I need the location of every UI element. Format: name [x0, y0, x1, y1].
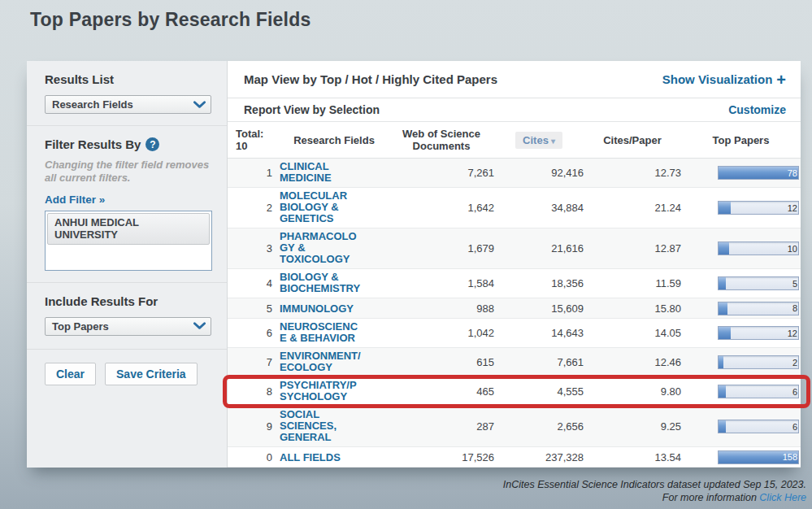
top-papers-value: 6 — [792, 387, 797, 397]
include-results-section: Include Results For Top Papers — [27, 282, 227, 347]
wos-documents-value: 465 — [389, 385, 494, 398]
footer-info-line: For more information Click Here — [503, 492, 806, 505]
row-rank: 5 — [234, 302, 280, 315]
save-criteria-button[interactable]: Save Criteria — [105, 363, 198, 385]
table-row: 1CLINICAL MEDICINE7,26192,41612.7378 — [228, 159, 801, 188]
results-list-section: Results List Research Fields — [27, 61, 227, 125]
cites-value: 34,884 — [494, 202, 584, 214]
research-field-link[interactable]: ENVIRONMENT/ECOLOGY — [280, 350, 363, 373]
filter-section: Filter Results By ? Changing the filter … — [27, 125, 227, 282]
map-view-bar: Map View by Top / Hot / Highly Cited Pap… — [228, 61, 801, 98]
cites-per-paper-value: 13.54 — [584, 451, 681, 463]
research-field-link[interactable]: MOLECULAR BIOLOGY & GENETICS — [280, 190, 363, 224]
map-view-title: Map View by Top / Hot / Highly Cited Pap… — [244, 72, 497, 86]
top-papers-bar-fill — [719, 202, 731, 214]
results-list-select[interactable]: Research Fields — [45, 95, 211, 114]
research-field-link[interactable]: IMMUNOLOGY — [280, 303, 363, 315]
research-field-link[interactable]: SOCIAL SCIENCES, GENERAL — [280, 409, 363, 443]
top-papers-value: 5 — [792, 279, 797, 289]
results-list-selected-value: Research Fields — [52, 98, 133, 111]
filter-listbox[interactable]: ANHUI MEDICAL UNIVERSITY — [45, 211, 212, 271]
top-papers-bar-fill — [719, 385, 726, 398]
sidebar: Results List Research Fields Filter Resu… — [27, 61, 228, 468]
cites-per-paper-value: 12.73 — [584, 167, 681, 179]
sort-descending-icon: ▾ — [551, 137, 555, 146]
top-papers-value: 12 — [788, 328, 797, 338]
table-body: 1CLINICAL MEDICINE7,26192,41612.73782MOL… — [228, 159, 801, 468]
research-field-link[interactable]: PHARMACOLOGY & TOXICOLOGY — [280, 231, 363, 265]
click-here-link[interactable]: Click Here — [759, 492, 806, 503]
top-papers-bar: 8 — [718, 302, 799, 315]
filter-heading: Filter Results By — [45, 137, 141, 151]
research-field-link[interactable]: PSYCHIATRY/PSYCHOLOGY — [280, 380, 363, 402]
cites-per-paper-value: 21.24 — [584, 202, 681, 214]
research-field-link[interactable]: ALL FIELDS — [280, 452, 363, 463]
report-view-bar: Report View by Selection Customize — [228, 98, 801, 122]
research-field-link[interactable]: NEUROSCIENCE & BEHAVIOR — [280, 321, 363, 344]
cites-value: 2,656 — [494, 420, 584, 433]
show-visualization-link[interactable]: Show Visualization + — [662, 72, 786, 88]
filter-item-selected[interactable]: ANHUI MEDICAL UNIVERSITY — [47, 213, 210, 245]
chevron-down-icon — [193, 322, 206, 330]
wos-documents-value: 7,261 — [389, 167, 494, 179]
top-papers-bar-fill — [719, 242, 729, 254]
page-title: Top Papers by Research Fields — [30, 9, 310, 31]
wos-documents-value: 1,642 — [389, 202, 494, 214]
customize-link[interactable]: Customize — [728, 103, 786, 116]
help-icon[interactable]: ? — [145, 137, 159, 151]
top-papers-bar-fill — [719, 327, 731, 339]
row-rank: 7 — [234, 356, 280, 368]
top-papers-bar: 12 — [718, 326, 799, 340]
filter-note: Changing the filter field removes all cu… — [45, 159, 215, 185]
include-results-select[interactable]: Top Papers — [45, 317, 211, 336]
total-count: Total: 10 — [234, 128, 280, 153]
table-row: 7ENVIRONMENT/ECOLOGY6157,66112.462 — [228, 348, 801, 377]
include-results-heading: Include Results For — [45, 294, 211, 308]
top-papers-value: 6 — [792, 422, 797, 432]
column-header-cites-per-paper[interactable]: Cites/Paper — [584, 134, 681, 147]
row-rank: 0 — [234, 451, 280, 463]
cites-per-paper-value: 9.25 — [584, 420, 681, 433]
results-list-heading: Results List — [45, 72, 211, 86]
row-rank: 1 — [234, 167, 280, 179]
wos-documents-value: 988 — [389, 302, 494, 315]
content-panel: Results List Research Fields Filter Resu… — [27, 61, 801, 468]
add-filter-link[interactable]: Add Filter » — [45, 194, 105, 206]
cites-per-paper-value: 9.80 — [584, 385, 681, 398]
chevron-down-icon — [193, 101, 206, 109]
row-rank: 6 — [234, 327, 280, 339]
table-row: 0ALL FIELDS17,526237,32813.54158 — [228, 447, 801, 468]
cites-value: 18,356 — [494, 277, 584, 289]
wos-documents-value: 1,679 — [389, 242, 494, 254]
research-field-link[interactable]: BIOLOGY & BIOCHEMISTRY — [280, 272, 363, 294]
column-header-cites[interactable]: Cites▾ — [494, 132, 584, 150]
top-papers-bar: 6 — [718, 420, 799, 433]
report-view-title: Report View by Selection — [244, 103, 380, 116]
row-rank: 8 — [234, 385, 280, 398]
top-papers-bar: 158 — [718, 450, 799, 464]
research-field-link[interactable]: CLINICAL MEDICINE — [280, 161, 363, 184]
row-rank: 3 — [234, 242, 280, 254]
table-row: 2MOLECULAR BIOLOGY & GENETICS1,64234,884… — [228, 188, 801, 228]
top-papers-value: 78 — [788, 168, 797, 178]
cites-value: 7,661 — [494, 356, 584, 368]
top-papers-bar-fill — [719, 420, 726, 433]
cites-value: 4,555 — [494, 385, 584, 398]
column-header-research-fields[interactable]: Research Fields — [280, 134, 389, 147]
wos-documents-value: 287 — [389, 420, 494, 433]
plus-icon: + — [776, 72, 786, 88]
table-row: 8PSYCHIATRY/PSYCHOLOGY4654,5559.806 — [228, 377, 801, 407]
top-papers-bar: 78 — [718, 166, 799, 180]
row-rank: 9 — [234, 420, 280, 433]
column-header-top-papers[interactable]: Top Papers — [681, 134, 801, 147]
wos-documents-value: 17,526 — [389, 451, 494, 463]
table-row: 4BIOLOGY & BIOCHEMISTRY1,58418,35611.595 — [228, 269, 801, 298]
cites-per-paper-value: 12.87 — [584, 242, 681, 254]
cites-value: 14,643 — [494, 327, 584, 339]
column-header-wos-documents[interactable]: Web of Science Documents — [389, 128, 494, 153]
main-area: Map View by Top / Hot / Highly Cited Pap… — [228, 61, 801, 468]
footer: InCites Essential Science Indicators dat… — [503, 479, 806, 504]
clear-button[interactable]: Clear — [45, 363, 96, 385]
wos-documents-value: 1,584 — [389, 277, 494, 289]
table-header: Total: 10 Research Fields Web of Science… — [228, 122, 801, 159]
